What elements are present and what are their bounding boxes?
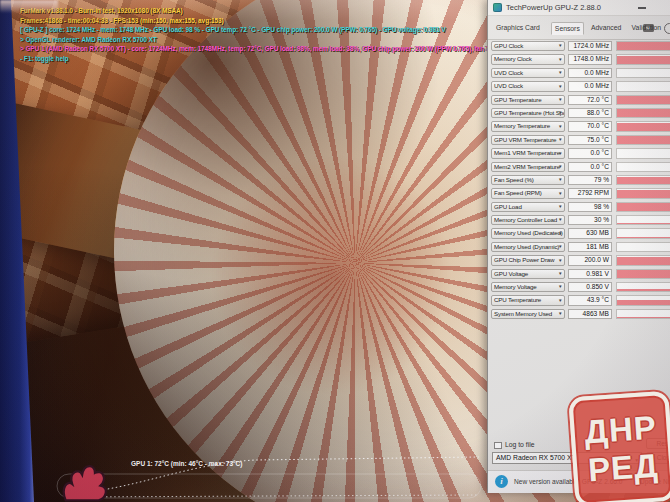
sensor-value: 181 MB: [568, 242, 612, 252]
chevron-down-icon: ▼: [558, 125, 562, 130]
sensor-history-bar: [617, 190, 670, 198]
chevron-down-icon: ▼: [558, 152, 562, 157]
sensor-row: Mem2 VRM Temperature ▼ 0.0 °C: [488, 161, 670, 174]
sensor-history-bar: [617, 42, 670, 50]
sensor-name-dropdown[interactable]: GPU Chip Power Draw ▼: [491, 255, 565, 265]
sensor-history-bar: [617, 251, 670, 252]
sensor-name-dropdown[interactable]: Memory Clock ▼: [491, 54, 565, 64]
sensor-name-dropdown[interactable]: Memory Temperature ▼: [491, 121, 565, 131]
sensor-history-graph: [616, 282, 670, 292]
watermark-line-2: РЕД: [587, 447, 660, 490]
gpuz-app-icon: [493, 3, 502, 12]
chevron-down-icon: ▼: [558, 205, 562, 210]
sensor-history-graph: [616, 95, 670, 105]
sensor-name-dropdown[interactable]: CPU Temperature ▼: [491, 295, 565, 305]
sensor-history-graph: [616, 188, 670, 198]
sensor-name-dropdown[interactable]: GPU Voltage ▼: [491, 269, 565, 279]
sensor-name-dropdown[interactable]: GPU VRM Temperature ▼: [491, 135, 565, 145]
sensor-name-dropdown[interactable]: Memory Voltage ▼: [491, 282, 565, 292]
sensor-row: GPU Clock ▼ 1724.0 MHz: [488, 40, 670, 53]
sensor-history-graph: [616, 295, 670, 305]
chevron-down-icon: ▼: [558, 285, 562, 290]
sensor-history-graph: [616, 269, 670, 279]
sensor-name-dropdown[interactable]: System Memory Used ▼: [491, 309, 565, 319]
sensor-name-dropdown[interactable]: Fan Speed (RPM) ▼: [491, 188, 565, 198]
chevron-down-icon: ▼: [558, 138, 562, 143]
minimize-icon[interactable]: [638, 7, 646, 9]
chevron-down-icon: ▼: [558, 272, 562, 277]
sensor-history-bar: [617, 223, 670, 225]
tab-graphics-card[interactable]: Graphics Card: [493, 22, 543, 33]
sensor-history-graph: [616, 242, 670, 252]
graph-baseline: [65, 495, 479, 497]
sensor-history-bar: [617, 177, 670, 185]
sensor-name: Memory Controller Load: [494, 216, 557, 223]
sensor-name-dropdown[interactable]: GPU Temperature ▼: [491, 95, 565, 105]
sensor-history-graph: [616, 228, 670, 238]
gpuz-tab-bar: Graphics CardSensorsAdvancedValidation: [488, 15, 670, 40]
tab-advanced[interactable]: Advanced: [588, 22, 624, 33]
sensor-name-dropdown[interactable]: Memory Used (Dedicated) ▼: [491, 228, 565, 238]
chevron-down-icon: ▼: [558, 44, 562, 49]
sensor-name: GPU Load: [494, 203, 522, 210]
sensor-value: 0.850 V: [568, 282, 612, 292]
sensor-value: 200.0 W: [568, 255, 612, 265]
sensor-row: GPU Voltage ▼ 0.981 V: [488, 268, 670, 281]
furmark-osd-line: FurMark v1.38.1.0 - Burn-in test, 1920x1…: [20, 6, 498, 16]
log-to-file-checkbox[interactable]: [494, 442, 502, 450]
sensor-name-dropdown[interactable]: Memory Used (Dynamic) ▼: [491, 242, 565, 252]
sensor-value: 2792 RPM: [568, 188, 612, 198]
info-icon: i: [495, 475, 508, 488]
sensor-name: GPU Temperature (Hot Spot): [494, 109, 565, 116]
sensor-value: 98 %: [568, 202, 612, 212]
sensor-value: 0.0 °C: [568, 162, 612, 172]
sensor-history-graph: [616, 108, 670, 118]
sensor-row: Memory Clock ▼ 1748.0 MHz: [488, 53, 670, 66]
sensor-name-dropdown[interactable]: GPU Temperature (Hot Spot) ▼: [491, 108, 565, 118]
sensor-history-bar: [617, 96, 670, 104]
sensor-history-graph: [616, 54, 670, 64]
sensor-name-dropdown[interactable]: UVD Clock ▼: [491, 81, 565, 91]
watermark-badge: ДНР РЕД: [568, 391, 670, 502]
chevron-down-icon: ▼: [558, 58, 562, 63]
furmark-osd-text: FurMark v1.38.1.0 - Burn-in test, 1920x1…: [20, 6, 498, 64]
sensor-history-graph: [616, 148, 670, 158]
sensor-name-dropdown[interactable]: Fan Speed (%) ▼: [491, 175, 565, 185]
sensor-row: UVD Clock ▼ 0.0 MHz: [488, 80, 670, 93]
sensor-row: Mem1 VRM Temperature ▼ 0.0 °C: [488, 147, 670, 160]
sensor-name: Memory Used (Dynamic): [494, 243, 559, 250]
sensor-name-dropdown[interactable]: GPU Load ▼: [491, 202, 565, 212]
refresh-icon[interactable]: [664, 23, 670, 34]
sensor-name-dropdown[interactable]: GPU Clock ▼: [491, 41, 565, 51]
sensor-name-dropdown[interactable]: UVD Clock ▼: [491, 68, 565, 78]
furmark-osd-line: > GPU 1 (AMD Radeon RX 5700 XT) - core: …: [20, 44, 498, 54]
sensor-history-bar: [617, 237, 670, 238]
watermark-line-1: ДНР: [583, 409, 658, 452]
sensor-name: Memory Temperature: [494, 122, 550, 129]
furmark-osd-line: [ GPU-Z ] core: 1724 MHz - mem: 1748 MHz…: [20, 25, 498, 35]
sensor-name-dropdown[interactable]: Memory Controller Load ▼: [491, 215, 565, 225]
chevron-down-icon: ▼: [558, 165, 562, 170]
sensor-name: Memory Clock: [494, 55, 532, 62]
sensor-history-graph: [616, 255, 670, 265]
tab-validation[interactable]: Validation: [629, 22, 664, 33]
sensor-history-bar: [617, 203, 670, 211]
sensor-row: Fan Speed (RPM) ▼ 2792 RPM: [488, 187, 670, 200]
sensor-row: GPU Temperature ▼ 72.0 °C: [488, 94, 670, 107]
sensor-name: Mem1 VRM Temperature: [494, 149, 560, 156]
sensor-row: System Memory Used ▼ 4863 MB: [488, 308, 670, 321]
gpuz-titlebar[interactable]: TechPowerUp GPU-Z 2.88.0: [488, 0, 670, 16]
sensor-name-dropdown[interactable]: Mem2 VRM Temperature ▼: [491, 162, 565, 172]
sensor-name-dropdown[interactable]: Mem1 VRM Temperature ▼: [491, 148, 565, 158]
sensor-history-bar: [617, 317, 670, 318]
sensor-row: GPU Chip Power Draw ▼ 200.0 W: [488, 254, 670, 267]
sensor-value: 4863 MB: [568, 309, 612, 319]
furmark-logo-icon: [58, 460, 110, 502]
sensor-name: Mem2 VRM Temperature: [494, 163, 560, 170]
sensor-value: 43.9 °C: [568, 295, 612, 305]
monitor-photo: FurMark v1.38.1.0 - Burn-in test, 1920x1…: [0, 0, 670, 502]
sensor-name: GPU Clock: [494, 42, 523, 49]
tab-sensors[interactable]: Sensors: [551, 22, 584, 35]
sensor-row: Memory Used (Dedicated) ▼ 630 MB: [488, 227, 670, 240]
sensor-history-bar: [617, 136, 670, 144]
